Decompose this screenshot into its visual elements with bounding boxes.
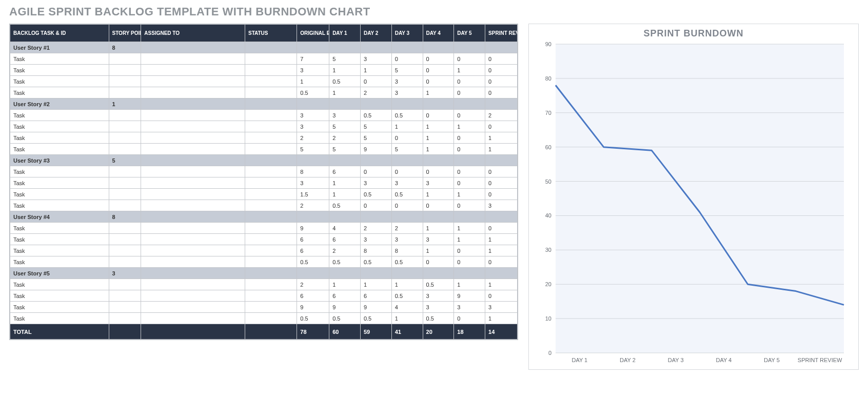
cell[interactable] [109, 177, 141, 189]
cell[interactable] [109, 65, 141, 76]
cell[interactable]: 60 [329, 324, 361, 340]
cell[interactable] [109, 324, 141, 340]
cell[interactable] [141, 200, 245, 211]
cell[interactable] [141, 290, 245, 302]
task-row[interactable]: Task5595101 [10, 144, 518, 155]
cell[interactable] [454, 268, 485, 279]
cell[interactable]: User Story #5 [10, 268, 109, 279]
cell[interactable]: 0 [423, 110, 454, 121]
cell[interactable]: Task [10, 166, 109, 177]
cell[interactable]: 0.5 [391, 189, 423, 200]
cell[interactable]: 0.5 [423, 313, 454, 324]
cell[interactable] [109, 166, 141, 177]
cell[interactable]: 0 [454, 256, 485, 268]
story-row[interactable]: User Story #48 [10, 211, 518, 223]
cell[interactable]: 1 [423, 87, 454, 98]
cell[interactable]: 3 [485, 302, 518, 313]
cell[interactable] [141, 256, 245, 268]
cell[interactable] [245, 324, 297, 340]
cell[interactable]: 41 [391, 324, 423, 340]
cell[interactable]: 5 [329, 53, 361, 65]
cell[interactable]: 0.5 [297, 313, 329, 324]
cell[interactable]: User Story #3 [10, 155, 109, 166]
cell[interactable]: 0 [391, 132, 423, 144]
story-row[interactable]: User Story #18 [10, 42, 518, 53]
cell[interactable]: 3 [391, 234, 423, 245]
task-row[interactable]: Task10.503000 [10, 76, 518, 87]
cell[interactable]: Task [10, 110, 109, 121]
cell[interactable]: Task [10, 200, 109, 211]
cell[interactable] [141, 189, 245, 200]
cell[interactable]: 3 [423, 234, 454, 245]
cell[interactable]: 0 [485, 76, 518, 87]
cell[interactable]: 1 [329, 87, 361, 98]
cell[interactable]: Task [10, 302, 109, 313]
cell[interactable] [109, 189, 141, 200]
cell[interactable]: 9 [360, 144, 391, 155]
cell[interactable]: 1 [329, 177, 361, 189]
cell[interactable]: 6 [297, 234, 329, 245]
cell[interactable] [245, 223, 297, 234]
cell[interactable]: 1 [454, 189, 485, 200]
cell[interactable] [109, 223, 141, 234]
cell[interactable]: 1 [454, 234, 485, 245]
cell[interactable] [141, 268, 245, 279]
cell[interactable]: 1 [485, 234, 518, 245]
cell[interactable]: 3 [297, 121, 329, 132]
cell[interactable]: 0 [485, 166, 518, 177]
cell[interactable]: 3 [297, 110, 329, 121]
cell[interactable] [297, 268, 329, 279]
total-row[interactable]: TOTAL78605941201814 [10, 324, 518, 340]
cell[interactable] [329, 211, 361, 223]
cell[interactable] [109, 313, 141, 324]
cell[interactable]: 1 [329, 189, 361, 200]
cell[interactable]: 1 [454, 279, 485, 290]
cell[interactable]: 3 [423, 290, 454, 302]
task-row[interactable]: Task9422110 [10, 223, 518, 234]
cell[interactable]: 2 [297, 279, 329, 290]
cell[interactable] [423, 98, 454, 110]
cell[interactable] [109, 121, 141, 132]
cell[interactable] [245, 279, 297, 290]
cell[interactable]: 3 [297, 177, 329, 189]
task-row[interactable]: Task0.50.50.510.501 [10, 313, 518, 324]
cell[interactable]: 1 [485, 313, 518, 324]
cell[interactable]: 0 [485, 290, 518, 302]
cell[interactable]: Task [10, 189, 109, 200]
cell[interactable]: Task [10, 313, 109, 324]
cell[interactable] [454, 42, 485, 53]
cell[interactable]: 5 [297, 144, 329, 155]
cell[interactable]: 0.5 [391, 290, 423, 302]
task-row[interactable]: Task6288101 [10, 245, 518, 256]
task-row[interactable]: Task3115010 [10, 65, 518, 76]
cell[interactable]: 0.5 [329, 256, 361, 268]
cell[interactable]: 3 [391, 87, 423, 98]
task-row[interactable]: Task330.50.5002 [10, 110, 518, 121]
cell[interactable] [141, 234, 245, 245]
cell[interactable]: 0 [423, 53, 454, 65]
cell[interactable] [141, 42, 245, 53]
cell[interactable] [297, 98, 329, 110]
cell[interactable] [329, 42, 361, 53]
cell[interactable]: 9 [360, 302, 391, 313]
cell[interactable]: 1 [109, 98, 141, 110]
cell[interactable]: 3 [297, 65, 329, 76]
cell[interactable] [109, 245, 141, 256]
cell[interactable]: 3 [454, 302, 485, 313]
cell[interactable]: 8 [391, 245, 423, 256]
cell[interactable]: 9 [329, 302, 361, 313]
cell[interactable]: 0.5 [329, 76, 361, 87]
cell[interactable]: 1 [454, 223, 485, 234]
cell[interactable] [245, 245, 297, 256]
cell[interactable]: 0 [485, 87, 518, 98]
cell[interactable]: 1 [454, 65, 485, 76]
cell[interactable]: 1 [391, 313, 423, 324]
cell[interactable] [141, 279, 245, 290]
cell[interactable] [245, 234, 297, 245]
task-row[interactable]: Task0.5123100 [10, 87, 518, 98]
cell[interactable]: 1 [297, 76, 329, 87]
cell[interactable]: Task [10, 132, 109, 144]
cell[interactable] [109, 234, 141, 245]
cell[interactable] [109, 76, 141, 87]
cell[interactable]: 0 [485, 256, 518, 268]
